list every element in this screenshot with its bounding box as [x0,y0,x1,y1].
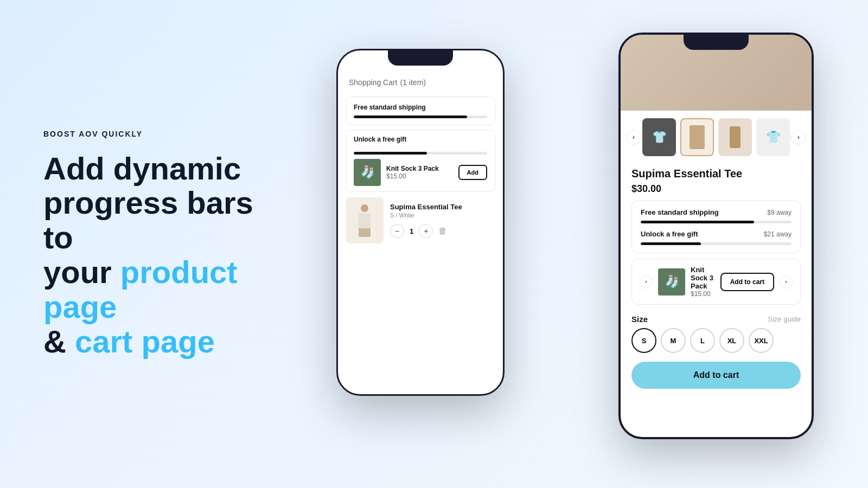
cart-progress-bar-fill-2 [354,152,427,155]
qty-plus-button[interactable]: + [419,224,433,238]
size-btn-l[interactable]: L [690,328,715,353]
product-upsell-name: Knit Sock 3 Pack [691,266,715,290]
size-btn-xxl[interactable]: XXL [749,328,774,353]
product-upsell-next[interactable]: › [780,275,793,288]
cart-progress-bar-bg-2 [354,152,487,155]
phones-section: Shopping Cart (1 item) Free standard shi… [315,0,868,488]
cart-item-details: Supima Essential Tee S / White − 1 + 🗑 [390,203,495,238]
product-progress-away-2: $21 away [764,230,792,238]
cart-upsell-add-button[interactable]: Add [458,165,487,180]
product-upsell-price: $15.00 [691,290,715,298]
cart-progress-bar-fill-1 [354,115,467,118]
size-buttons: S M L XL XXL [621,328,812,358]
cart-item-image [346,197,384,243]
product-upsell-prev[interactable]: ‹ [640,275,653,288]
thumb-prev-button[interactable]: ‹ [626,130,641,145]
headline: Add dynamic progress bars to your produc… [43,151,282,359]
product-upsell: ‹ 🧦 Knit Sock 3 Pack $15.00 Add to cart … [631,259,801,305]
product-progress-bar-fill-1 [641,221,754,223]
product-upsell-image: 🧦 [658,268,685,296]
cart-header: Shopping Cart (1 item) [338,70,503,92]
cart-item: Supima Essential Tee S / White − 1 + 🗑 [346,197,495,243]
product-progress-row-2: Unlock a free gift $21 away [641,230,792,245]
thumb-item-3[interactable] [718,118,752,156]
cart-upsell-info: Knit Sock 3 Pack $15.00 [386,165,453,180]
product-progress-widget: Free standard shipping $9 away Unlock a … [631,200,801,253]
size-title: Size [631,314,648,324]
product-progress-label-2: Unlock a free gift [641,230,698,238]
product-progress-away-1: $9 away [767,209,792,216]
size-guide-link[interactable]: Size guide [768,315,801,323]
cart-upsell-name: Knit Sock 3 Pack [386,165,453,172]
size-btn-xl[interactable]: XL [719,328,744,353]
cart-progress-label-2: Unlock a free gift [354,136,487,143]
size-section: Size Size guide [621,309,812,328]
product-progress-bar-bg-2 [641,242,792,245]
cart-phone: Shopping Cart (1 item) Free standard shi… [336,49,505,396]
thumb-list: 👕 👕 [641,118,791,156]
cart-upsell-top: 🧦 Knit Sock 3 Pack $15.00 Add [354,159,487,186]
cart-progress-label-1: Free standard shipping [354,104,487,111]
cart-item-variant: S / White [390,212,495,219]
cart-upsell-widget: Unlock a free gift 🧦 Knit Sock 3 Pack $1… [346,130,495,192]
product-progress-label-1: Free standard shipping [641,208,719,216]
product-progress-bar-bg-1 [641,221,792,223]
product-thumbnails: ‹ 👕 👕 › [621,111,812,164]
thumb-item-2[interactable] [680,118,714,156]
cart-page-accent: cart page [75,324,215,359]
product-progress-row-1: Free standard shipping $9 away [641,208,792,223]
product-upsell-info: Knit Sock 3 Pack $15.00 [691,266,715,298]
left-section: BOOST AOV QUICKLY Add dynamic progress b… [0,130,315,359]
product-phone-notch [684,35,749,50]
phone-notch [388,50,453,66]
thumb-item-4[interactable]: 👕 [756,118,790,156]
cart-item-name: Supima Essential Tee [390,203,495,211]
thumb-next-button[interactable]: › [791,130,806,145]
qty-control: − 1 + 🗑 [390,224,495,238]
cart-progress-widget-1: Free standard shipping [346,97,495,125]
product-progress-bar-fill-2 [641,242,701,245]
product-phone: ‹ 👕 👕 › [618,33,814,439]
cart-item-figure [356,204,373,237]
qty-number: 1 [410,227,413,235]
product-info: Supima Essential Tee $30.00 [621,164,812,195]
delete-icon[interactable]: 🗑 [438,226,447,236]
product-price: $30.00 [631,183,801,195]
thumb-item-1[interactable]: 👕 [642,118,676,156]
size-btn-m[interactable]: M [661,328,686,353]
qty-minus-button[interactable]: − [390,224,404,238]
eyebrow-text: BOOST AOV QUICKLY [43,130,282,138]
add-to-cart-button[interactable]: Add to cart [631,362,801,389]
cart-upsell-image: 🧦 [354,159,381,186]
cart-content: Shopping Cart (1 item) Free standard shi… [338,50,503,394]
cart-progress-bar-bg-1 [354,115,487,118]
cart-upsell-price: $15.00 [386,172,453,180]
product-title: Supima Essential Tee [631,167,801,180]
product-content: ‹ 👕 👕 › [621,35,812,437]
size-btn-s[interactable]: S [631,328,656,353]
product-upsell-add-button[interactable]: Add to cart [720,273,774,291]
